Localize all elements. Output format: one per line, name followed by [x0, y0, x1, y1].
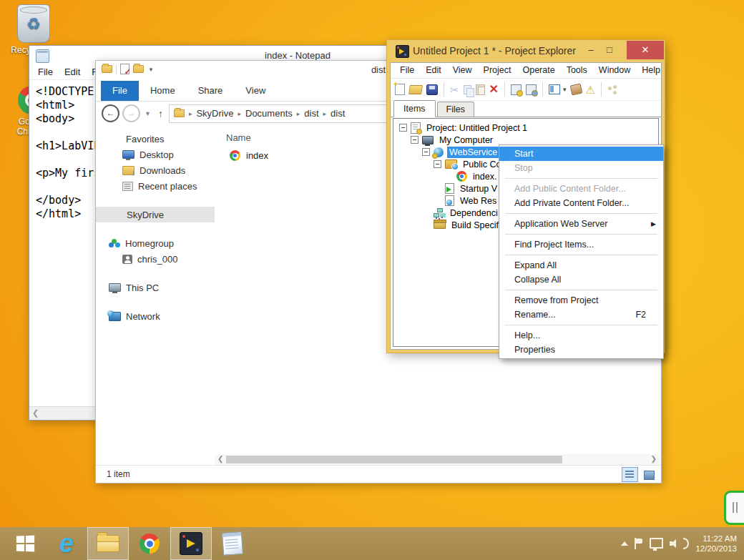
breadcrumb-separator: ▸: [323, 110, 327, 117]
ribbon-tab-file[interactable]: File: [101, 81, 139, 101]
copy-icon[interactable]: [464, 85, 471, 94]
sidebar-item-chris-000[interactable]: chris_000: [96, 251, 215, 267]
scroll-right-icon[interactable]: ❯: [651, 455, 657, 463]
dd-caret[interactable]: ▾: [563, 86, 567, 93]
folder-icon: [174, 109, 185, 117]
sidebar-item-favorites[interactable]: Favorites: [96, 131, 215, 147]
menu-item-remove-from-project[interactable]: Remove from Project: [499, 293, 663, 308]
expander-minus-icon[interactable]: [411, 136, 418, 144]
network-tray-icon[interactable]: [650, 538, 663, 549]
menu-item-start[interactable]: Start: [499, 147, 663, 161]
menu-separator: [505, 290, 657, 290]
clock[interactable]: 11:22 AM 12/20/2013: [695, 534, 741, 554]
expander-minus-icon[interactable]: [434, 160, 441, 168]
expander-minus-icon[interactable]: [399, 124, 407, 132]
menu-item-application-web-server[interactable]: Application Web Server▶: [499, 217, 663, 231]
scroll-left-icon[interactable]: ❮: [32, 408, 39, 418]
close-button[interactable]: ✕: [627, 41, 664, 59]
notepad-menu-file[interactable]: File: [32, 65, 59, 79]
labview-menu-help[interactable]: Help: [636, 63, 662, 75]
sidebar-item-desktop[interactable]: Desktop: [96, 147, 215, 162]
forward-button[interactable]: →: [122, 104, 140, 122]
volume-icon[interactable]: [670, 539, 681, 549]
labview-toolbar: ✂✕▾⚠: [391, 79, 661, 101]
menu-item-help[interactable]: Help...: [499, 328, 663, 343]
sidebar-item-this-pc[interactable]: This PC: [96, 280, 215, 295]
homegroup-icon: [109, 239, 120, 248]
history-dropdown-icon[interactable]: ▼: [145, 110, 151, 117]
menu-item-find-project-items[interactable]: Find Project Items...: [499, 237, 663, 252]
ribbon-tab-home[interactable]: Home: [139, 81, 187, 101]
menu-item-add-public-content-folder[interactable]: Add Public Content Folder...: [499, 182, 663, 196]
labview-menu-tools[interactable]: Tools: [561, 63, 593, 75]
file-name: index: [246, 150, 268, 161]
deploy-icon[interactable]: [511, 84, 522, 95]
cut-icon[interactable]: ✂: [450, 84, 459, 95]
file-row-index[interactable]: index: [230, 150, 268, 161]
sidebar-item-skydrive[interactable]: SkyDrive: [96, 207, 215, 222]
column-header-name[interactable]: Name: [226, 132, 251, 143]
labview-menu-view[interactable]: View: [447, 63, 478, 75]
labview-menu-project[interactable]: Project: [478, 63, 517, 75]
notepad-menu-edit[interactable]: Edit: [59, 65, 86, 79]
labview-button[interactable]: [170, 527, 212, 560]
labview-menu-file[interactable]: File: [394, 63, 420, 75]
scroll-left-icon[interactable]: ❮: [217, 455, 223, 463]
chrome-button[interactable]: [129, 527, 170, 560]
sidebar-item-homegroup[interactable]: Homegroup: [96, 235, 215, 251]
tab-items[interactable]: Items: [393, 100, 436, 117]
tab-files[interactable]: Files: [437, 102, 474, 117]
dim-cluster-icon[interactable]: [607, 85, 617, 94]
ie-button[interactable]: e: [46, 527, 87, 560]
notepad-button[interactable]: [212, 527, 253, 560]
explorer-button[interactable]: [87, 527, 129, 560]
breadcrumb-item-documents[interactable]: Documents: [245, 108, 293, 119]
explorer-horizontal-scrollbar[interactable]: ❮ ❯: [215, 454, 660, 465]
labview-menu-operate[interactable]: Operate: [517, 63, 560, 75]
sidebar-item-recent-places[interactable]: Recent places: [96, 178, 215, 194]
deploy-icon-alt[interactable]: [526, 84, 537, 95]
menu-item-expand-all[interactable]: Expand All: [499, 258, 663, 272]
back-button[interactable]: ←: [102, 104, 119, 122]
ribbon-tab-share[interactable]: Share: [187, 81, 235, 101]
desktop: Recycle Bin Google Chrome index - Notepa…: [0, 0, 744, 560]
minimize-button[interactable]: –: [583, 44, 599, 55]
tree-item-label: Startup V: [458, 183, 499, 195]
expander-minus-icon[interactable]: [422, 148, 430, 156]
thumbnail-view-button[interactable]: [640, 467, 657, 482]
tree-row-project-untitled-project-1[interactable]: Project: Untitled Project 1: [393, 122, 658, 134]
start-button[interactable]: [4, 527, 46, 560]
warning-icon[interactable]: ⚠: [586, 84, 595, 95]
edge-handle-widget[interactable]: [724, 491, 744, 525]
ribbon-tab-view[interactable]: View: [234, 81, 277, 101]
hand-icon[interactable]: [569, 84, 582, 96]
menu-item-collapse-all[interactable]: Collapse All: [499, 272, 663, 287]
new-file-icon[interactable]: [395, 84, 405, 95]
menu-item-rename[interactable]: Rename...F2: [499, 308, 663, 322]
menu-item-stop[interactable]: Stop: [499, 161, 663, 175]
grid-icon[interactable]: [549, 84, 560, 94]
menu-item-properties[interactable]: Properties: [499, 343, 663, 357]
menu-item-add-private-content-folder[interactable]: Add Private Content Folder...: [499, 196, 663, 210]
save-all-icon[interactable]: [426, 84, 438, 95]
menu-item-label: Expand All: [514, 260, 557, 270]
breadcrumb-item-dist[interactable]: dist: [304, 108, 318, 119]
details-view-button[interactable]: [622, 467, 638, 482]
open-folder-icon[interactable]: [408, 85, 423, 94]
labview-menu-edit[interactable]: Edit: [420, 63, 447, 75]
sidebar-gap: [96, 222, 215, 235]
sidebar-item-downloads[interactable]: Downloads: [96, 162, 215, 178]
sidebar-item-network[interactable]: Network: [96, 308, 215, 324]
hidden-icons-chevron-icon[interactable]: [621, 541, 628, 546]
up-button[interactable]: ↑: [158, 108, 163, 119]
labview-titlebar[interactable]: Untitled Project 1 * - Project Explorer …: [387, 40, 665, 62]
labview-menu-window[interactable]: Window: [593, 63, 636, 75]
breadcrumb-item-skydrive[interactable]: SkyDrive: [196, 108, 233, 119]
paste-icon[interactable]: [476, 84, 485, 95]
maximize-button[interactable]: □: [602, 44, 617, 55]
breadcrumb-item-dist[interactable]: dist: [331, 108, 345, 119]
delete-icon[interactable]: ✕: [489, 84, 499, 95]
action-center-flag-icon[interactable]: [635, 538, 643, 549]
scrollbar-thumb[interactable]: [226, 456, 562, 463]
menu-separator: [505, 255, 657, 255]
